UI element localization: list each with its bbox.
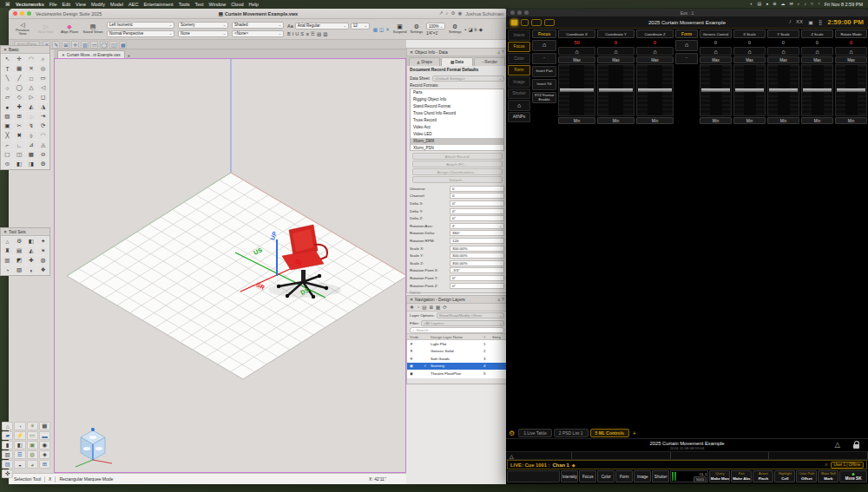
layer-visibility-icon[interactable]: ◉ <box>410 371 424 376</box>
minimize-window-button[interactable] <box>517 10 522 15</box>
toolbar-dropdown[interactable]: Scenery <box>178 22 228 29</box>
tool-button[interactable]: ⇥ <box>37 112 49 121</box>
view-nav-button[interactable]: ◁ Previous View <box>12 22 33 36</box>
tilde-button[interactable]: ~ <box>675 53 698 64</box>
topbar-status-icon[interactable]: ΧΧ <box>796 19 803 25</box>
record-action-button[interactable]: Detach... <box>412 176 503 183</box>
settings-button[interactable]: ⚙ Settings <box>411 23 423 34</box>
record-format-item[interactable]: Parts <box>411 89 503 96</box>
tool-set-button[interactable]: ◍ <box>37 256 49 265</box>
tool-button[interactable]: ⊞ <box>14 112 25 121</box>
tool-button[interactable]: ◊ <box>26 131 37 140</box>
tool-set-button[interactable]: ◍ <box>27 450 38 459</box>
menubar-item[interactable]: Window <box>209 2 227 7</box>
titlebar-icon[interactable]: ⚙ <box>451 10 456 16</box>
menubar-status-icon[interactable]: ≈ <box>811 1 813 7</box>
menubar-status-icon[interactable]: ◐ <box>750 1 753 7</box>
fader-min-button[interactable]: Min <box>801 117 833 124</box>
tool-button[interactable]: ◁ <box>37 83 49 92</box>
menubar-status-icon[interactable]: ⊕ <box>773 1 776 7</box>
menubar-status-icon[interactable]: ⌕ <box>798 1 800 7</box>
fader-min-button[interactable]: Min <box>700 117 732 124</box>
tool-button[interactable]: ◌ <box>26 112 37 121</box>
tool-button[interactable]: ↯ <box>26 121 37 130</box>
blank-softkey[interactable] <box>507 470 560 482</box>
tool-set-button[interactable]: ⌂ <box>2 237 13 246</box>
minimize-window-button[interactable] <box>20 11 24 16</box>
parameter-category-button[interactable]: AllNPs <box>508 112 530 123</box>
layer-visibility-icon[interactable]: ✕ <box>410 342 424 346</box>
home-icon[interactable]: ⌂ <box>835 47 867 56</box>
titlebar-icon[interactable]: ◉ <box>457 10 462 16</box>
menubar-item[interactable]: Entertainment <box>143 2 173 7</box>
menubar-item[interactable]: Tools <box>179 2 190 7</box>
mode-button[interactable]: ✛ <box>71 41 79 49</box>
tool-button[interactable]: ◫ <box>14 150 25 159</box>
navigation-tool-icon[interactable]: ▤ <box>422 305 426 310</box>
category-softkey[interactable]: Focus <box>579 470 596 482</box>
tool-set-button[interactable]: ✳ <box>27 422 38 430</box>
fader-min-button[interactable]: Min <box>733 117 766 124</box>
tool-button[interactable]: T <box>2 64 13 73</box>
palette-menu-icon[interactable]: ≡ <box>498 50 501 55</box>
category-softkey[interactable]: Color <box>597 470 615 482</box>
tool-button[interactable]: ✕ <box>26 64 37 73</box>
field-input[interactable]: 0" <box>450 215 504 221</box>
home-icon[interactable]: ⌂ <box>700 47 732 56</box>
tool-button[interactable]: ▷ <box>26 93 37 102</box>
tool-button[interactable]: ◎ <box>37 64 49 73</box>
menubar-item[interactable]: View <box>76 2 86 7</box>
tool-button[interactable]: ⊘ <box>37 150 49 159</box>
eos-display-tab[interactable]: 2 PSD List 1 <box>554 429 589 437</box>
menubar-item[interactable]: Cloud <box>231 2 243 7</box>
mode-button[interactable]: ▥ <box>81 41 89 49</box>
navigation-tool-icon[interactable]: ⊞ <box>429 305 433 310</box>
fader-min-button[interactable]: Min <box>636 117 674 124</box>
cue-marker-box[interactable]: △ <box>506 452 572 459</box>
mode-button[interactable]: ◯ <box>100 41 108 49</box>
parameter-category-button[interactable]: Image <box>508 76 530 88</box>
tool-set-button[interactable]: ◔ <box>2 266 13 274</box>
menubar-status-icon[interactable]: ♪ <box>804 1 806 7</box>
parameter-header[interactable]: Rotate Mode <box>835 30 867 38</box>
dual-softkey[interactable]: Color Path Offset <box>796 470 817 482</box>
text-format-button[interactable]: I <box>293 31 294 36</box>
tool-button[interactable]: ◠ <box>26 55 37 63</box>
search-icon[interactable]: ⌕ <box>825 462 827 468</box>
layer-visibility-icon[interactable]: ✕ <box>410 349 424 353</box>
dual-softkey[interactable]: Query Make Man <box>709 470 730 482</box>
tool-set-button[interactable]: ⚡ <box>14 431 25 440</box>
fader-track[interactable] <box>558 64 595 116</box>
tool-button[interactable]: ◠ <box>37 131 49 140</box>
tool-button[interactable]: ✚ <box>14 102 25 111</box>
fader-min-button[interactable]: Min <box>767 117 799 124</box>
parameter-header[interactable]: Z Scale <box>801 30 833 38</box>
field-input[interactable]: Z <box>450 223 504 229</box>
fader-track[interactable] <box>636 64 674 116</box>
window-controls[interactable] <box>13 11 31 16</box>
navigation-tool-icon[interactable]: ⟳ <box>443 305 447 310</box>
mode-button[interactable]: ▭ <box>90 41 98 49</box>
user-status-badge[interactable]: User 1 | Offline <box>831 462 864 469</box>
form-group-header[interactable]: Form <box>675 30 698 38</box>
tool-button[interactable]: ◯ <box>14 83 25 92</box>
tool-button[interactable]: ∟ <box>14 141 25 149</box>
tool-button[interactable]: ◨ <box>26 160 37 168</box>
tool-button[interactable]: ◬ <box>37 141 49 149</box>
text-format-button[interactable]: U <box>295 31 299 36</box>
parameter-header[interactable]: Coordinate X <box>558 30 595 38</box>
toolbar-dropdown[interactable]: Left Isometric <box>107 22 174 29</box>
dual-softkey[interactable]: Make Null Mark <box>818 470 838 482</box>
dual-softkey[interactable]: Highlight Cell <box>774 470 795 482</box>
field-input[interactable]: 0" <box>450 283 504 289</box>
display-layout-icon[interactable] <box>544 19 555 26</box>
zoom-dropdown[interactable]: 100% <box>426 23 445 30</box>
fader-track[interactable] <box>801 64 833 116</box>
record-format-item[interactable]: Video Acc <box>411 124 503 131</box>
tool-button[interactable]: ⚙ <box>37 160 49 168</box>
menubar-item[interactable]: Model <box>110 2 123 7</box>
field-input[interactable]: 0" <box>450 208 504 214</box>
fader-min-button[interactable]: Min <box>558 117 595 124</box>
cue-strip-segment[interactable] <box>671 452 770 459</box>
drawing-viewport[interactable]: US UP SL SR DS <box>54 58 406 473</box>
